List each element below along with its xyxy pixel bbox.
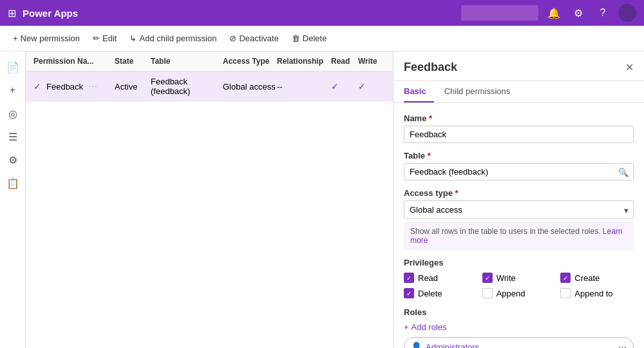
row-relationship: -- bbox=[277, 82, 331, 92]
privilege-delete: Delete bbox=[404, 288, 477, 298]
help-icon[interactable]: ? bbox=[594, 7, 612, 19]
append-label: Append bbox=[497, 289, 526, 298]
role-left: 👤 Administrators bbox=[411, 342, 479, 348]
edit-icon: ✏ bbox=[93, 34, 100, 43]
plus-icon: + bbox=[13, 34, 18, 43]
table-required: * bbox=[428, 151, 431, 160]
topbar-search[interactable] bbox=[461, 5, 538, 21]
role-administrators-label: Administrators bbox=[426, 342, 479, 349]
new-permission-button[interactable]: + New permission bbox=[8, 31, 85, 46]
append-checkbox[interactable] bbox=[482, 288, 493, 298]
role-administrators-more-icon[interactable]: ⋯ bbox=[618, 342, 627, 349]
append-to-label: Append to bbox=[574, 289, 612, 298]
access-type-select-wrapper: Global access Local access Deep access B… bbox=[404, 200, 634, 219]
content-area: Permission Na... State Table Access Type… bbox=[26, 52, 393, 348]
col-header-relationship: Relationship bbox=[277, 57, 331, 66]
delete-icon: 🗑 bbox=[292, 34, 300, 43]
table-row[interactable]: ✓ Feedback ⋯ Active Feedback (feedback) … bbox=[26, 72, 393, 102]
delete-label: Delete bbox=[418, 289, 442, 298]
add-roles-button[interactable]: + Add roles bbox=[404, 322, 447, 332]
write-check-icon: ✓ bbox=[358, 81, 366, 92]
app-title: Power Apps bbox=[23, 8, 78, 19]
delete-button[interactable]: 🗑 Delete bbox=[287, 31, 332, 46]
panel-title: Feedback bbox=[404, 61, 457, 74]
info-box: Show all rows in the table to users in t… bbox=[404, 222, 634, 250]
add-roles-plus-icon: + bbox=[404, 322, 409, 332]
sidebar-icon-clipboard[interactable]: 📋 bbox=[3, 173, 23, 193]
name-input[interactable] bbox=[404, 126, 634, 143]
child-icon: ↳ bbox=[129, 34, 137, 43]
panel-close-button[interactable]: ✕ bbox=[625, 61, 634, 73]
settings-icon[interactable]: ⚙ bbox=[569, 7, 587, 19]
name-label: Name * bbox=[404, 113, 634, 123]
table-input[interactable] bbox=[404, 163, 634, 180]
sidebar-icon-settings[interactable]: ⚙ bbox=[3, 150, 23, 170]
append-to-checkbox[interactable] bbox=[560, 288, 571, 298]
sidebar: 📄 + ◎ ☰ ⚙ 📋 bbox=[0, 52, 26, 348]
access-type-select[interactable]: Global access Local access Deep access B… bbox=[404, 200, 634, 219]
table-search-icon: 🔍 bbox=[618, 167, 629, 177]
tab-child-permissions[interactable]: Child permissions bbox=[444, 81, 518, 102]
role-administrators[interactable]: 👤 Administrators ⋯ bbox=[404, 337, 634, 348]
create-label: Create bbox=[574, 273, 600, 283]
row-name: Feedback bbox=[46, 82, 83, 92]
panel-content: Name * Table * 🔍 Access type * Global ac… bbox=[393, 103, 644, 348]
tab-basic[interactable]: Basic bbox=[404, 81, 434, 102]
privileges-section-title: Privileges bbox=[404, 258, 634, 267]
read-label: Read bbox=[418, 273, 438, 283]
privilege-append-to: Append to bbox=[560, 288, 634, 298]
right-panel: Feedback ✕ Basic Child permissions Name … bbox=[393, 52, 644, 348]
privileges-grid: Read Write Create Delete Append bbox=[404, 273, 634, 298]
access-type-label: Access type * bbox=[404, 188, 634, 198]
roles-section-title: Roles bbox=[404, 307, 634, 317]
table-header: Permission Na... State Table Access Type… bbox=[26, 52, 393, 72]
col-header-name: Permission Na... bbox=[33, 57, 115, 66]
privilege-write: Write bbox=[482, 273, 556, 283]
table-label: Table * bbox=[404, 151, 634, 160]
panel-tabs: Basic Child permissions bbox=[393, 81, 644, 103]
table-search-box: 🔍 bbox=[404, 163, 634, 180]
col-header-write: Write bbox=[358, 57, 385, 66]
write-checkbox[interactable] bbox=[482, 273, 493, 283]
toolbar: + New permission ✏ Edit ↳ Add child perm… bbox=[0, 26, 644, 52]
privilege-append: Append bbox=[482, 288, 556, 298]
main-layout: 📄 + ◎ ☰ ⚙ 📋 Permission Na... State Table… bbox=[0, 52, 644, 348]
add-child-permission-button[interactable]: ↳ Add child permission bbox=[124, 31, 222, 46]
notification-icon[interactable]: 🔔 bbox=[545, 7, 563, 19]
row-status-icon: ✓ bbox=[33, 81, 41, 92]
grid-icon: ⊞ bbox=[8, 7, 16, 19]
row-more-icon[interactable]: ⋯ bbox=[88, 81, 97, 92]
col-header-access: Access Type bbox=[223, 57, 277, 66]
col-header-read: Read bbox=[331, 57, 358, 66]
create-checkbox[interactable] bbox=[560, 273, 571, 283]
read-check-icon: ✓ bbox=[331, 81, 339, 92]
user-avatar[interactable] bbox=[618, 4, 636, 22]
access-type-required: * bbox=[455, 188, 459, 198]
edit-button[interactable]: ✏ Edit bbox=[88, 31, 122, 46]
sidebar-icon-add[interactable]: + bbox=[3, 80, 23, 101]
row-state: Active bbox=[115, 82, 151, 92]
role-person-icon-1: 👤 bbox=[411, 342, 422, 348]
col-header-state: State bbox=[115, 57, 151, 66]
sidebar-icon-list[interactable]: ☰ bbox=[3, 126, 23, 147]
panel-header: Feedback ✕ bbox=[393, 52, 644, 81]
col-header-table: Table bbox=[151, 57, 223, 66]
privilege-read: Read bbox=[404, 273, 477, 283]
name-required: * bbox=[429, 113, 432, 123]
write-label: Write bbox=[497, 273, 516, 283]
sidebar-icon-page[interactable]: 📄 bbox=[3, 57, 23, 77]
sidebar-icon-circle[interactable]: ◎ bbox=[3, 103, 23, 124]
privilege-create: Create bbox=[560, 273, 634, 283]
row-read: ✓ bbox=[331, 81, 358, 92]
topbar: ⊞ Power Apps 🔔 ⚙ ? bbox=[0, 0, 644, 26]
row-access-type: Global access bbox=[223, 82, 277, 92]
deactivate-button[interactable]: ⊘ Deactivate bbox=[224, 31, 283, 46]
deactivate-icon: ⊘ bbox=[229, 34, 236, 43]
permissions-table: Permission Na... State Table Access Type… bbox=[26, 52, 393, 102]
row-table: Feedback (feedback) bbox=[151, 77, 223, 96]
row-write: ✓ bbox=[358, 81, 385, 92]
delete-checkbox[interactable] bbox=[404, 288, 414, 298]
read-checkbox[interactable] bbox=[404, 273, 414, 283]
